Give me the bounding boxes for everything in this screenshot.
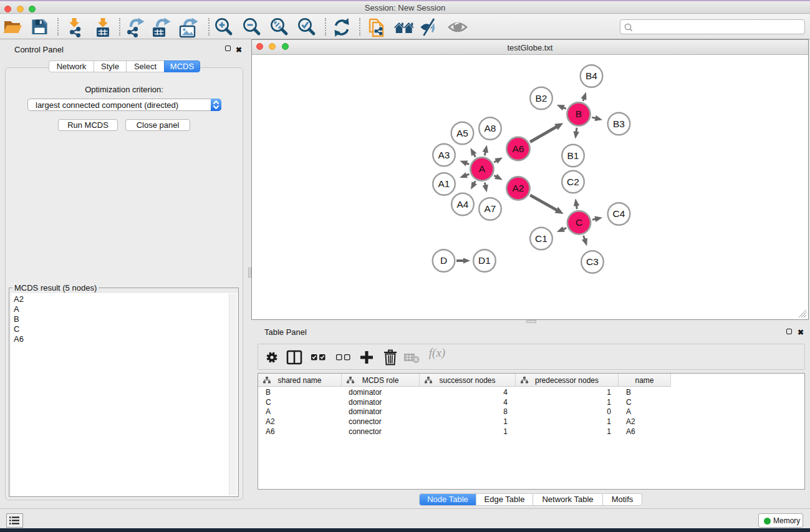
svg-text:D: D: [440, 255, 447, 266]
svg-text:C1: C1: [535, 233, 547, 244]
svg-text:B1: B1: [567, 150, 579, 161]
svg-text:A7: A7: [485, 203, 496, 214]
svg-text:A4: A4: [457, 199, 469, 210]
svg-text:D1: D1: [478, 255, 491, 266]
svg-text:C4: C4: [613, 208, 625, 219]
svg-text:A3: A3: [438, 150, 450, 160]
svg-text:B3: B3: [613, 118, 625, 129]
svg-text:B: B: [576, 109, 582, 119]
svg-text:B4: B4: [586, 70, 597, 81]
svg-text:A6: A6: [513, 143, 524, 154]
svg-text:A2: A2: [513, 183, 524, 193]
svg-text:C2: C2: [567, 177, 579, 187]
svg-text:B2: B2: [536, 93, 547, 104]
svg-text:A1: A1: [438, 178, 450, 189]
svg-text:A8: A8: [485, 123, 496, 133]
svg-text:C3: C3: [586, 256, 599, 267]
svg-text:C: C: [576, 217, 582, 228]
svg-text:A5: A5: [456, 128, 468, 138]
svg-text:A: A: [479, 163, 486, 174]
